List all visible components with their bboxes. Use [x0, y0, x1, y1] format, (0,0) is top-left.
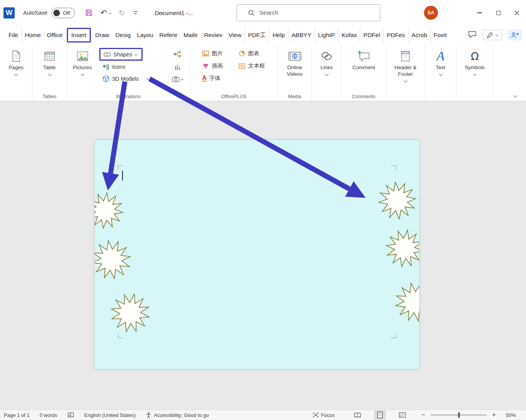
share-button[interactable] — [508, 30, 522, 41]
chevron-down-icon — [134, 53, 137, 56]
icons-label: Icons — [112, 64, 126, 70]
zoom-slider-knob[interactable] — [458, 412, 460, 418]
page-indicator[interactable]: Page 1 of 1 — [4, 412, 30, 418]
cn-chart-label: 图表 — [248, 50, 259, 57]
title-bar: W AutoSave Off ↶ ↻ Document1 -... — [0, 0, 526, 26]
table-button[interactable]: Table — [32, 44, 66, 89]
search-input[interactable] — [259, 9, 368, 16]
tab-draw[interactable]: Draw — [92, 27, 112, 43]
tab-file[interactable]: File — [5, 27, 22, 43]
shapes-button[interactable]: Shapes — [99, 48, 143, 61]
tab-pdfescape[interactable]: PDFes — [383, 27, 408, 43]
zoom-in-button[interactable]: + — [491, 411, 497, 419]
save-button[interactable] — [85, 9, 93, 17]
tab-help[interactable]: Help — [269, 27, 288, 43]
redo-button[interactable]: ↻ — [119, 8, 125, 17]
document-area[interactable] — [0, 101, 526, 410]
read-mode-icon — [354, 412, 361, 418]
tab-pdfelement[interactable]: PDFel — [360, 27, 383, 43]
starburst-shape[interactable] — [383, 226, 419, 270]
word-window: W AutoSave Off ↶ ↻ Document1 -... — [0, 0, 526, 420]
customize-toolbar-icon — [133, 10, 138, 15]
smartart-button[interactable] — [174, 48, 181, 60]
tab-foxit[interactable]: Foxit — [431, 27, 450, 43]
editing-mode-button[interactable] — [483, 30, 502, 40]
starburst-shape[interactable] — [376, 179, 419, 222]
document-page[interactable] — [95, 140, 419, 369]
cn-illustration-button[interactable]: 插画 — [202, 62, 238, 70]
status-bar: Page 1 of 1 0 words English (United Stat… — [0, 410, 526, 420]
autosave-toggle[interactable]: Off — [51, 8, 75, 18]
tab-pdf-tools[interactable]: PDF工 — [245, 27, 270, 43]
word-count[interactable]: 0 words — [40, 412, 58, 418]
starburst-shape[interactable] — [391, 279, 419, 326]
tab-layout[interactable]: Layou — [134, 27, 156, 43]
web-layout-icon — [399, 412, 406, 418]
zoom-level[interactable]: 50% — [502, 412, 516, 418]
tab-insert[interactable]: Insert — [67, 28, 91, 43]
maximize-icon — [496, 11, 500, 15]
proofing-button[interactable] — [67, 412, 74, 418]
text-button[interactable]: A Text — [425, 44, 456, 89]
links-button[interactable]: Links — [312, 44, 341, 89]
zoom-out-button[interactable]: − — [420, 411, 426, 419]
accessibility-status[interactable]: Accessibility: Good to go — [146, 412, 209, 418]
tab-acrobat[interactable]: Acrob — [409, 27, 431, 43]
comment-button[interactable]: Comment — [342, 44, 386, 89]
starburst-shape[interactable] — [106, 289, 154, 337]
tab-office[interactable]: Office — [44, 27, 65, 43]
tab-abbyy[interactable]: ABBYY — [288, 27, 315, 43]
ribbon-tab-bar: File Home Office Insert Draw Desig Layou… — [0, 26, 526, 44]
collapse-ribbon-button[interactable] — [514, 94, 517, 98]
close-button[interactable] — [507, 0, 526, 26]
minimize-button[interactable] — [470, 0, 489, 26]
group-media: Online Videos Media — [278, 44, 312, 101]
screenshot-button[interactable] — [172, 73, 183, 85]
cn-picture-button[interactable]: 图片 — [202, 50, 238, 57]
tab-kofax[interactable]: Kofax — [339, 27, 361, 43]
zoom-slider[interactable] — [431, 415, 487, 415]
header-footer-button[interactable]: Header & Footer — [386, 44, 425, 89]
tab-lightpdf[interactable]: LightP — [315, 27, 339, 43]
pen-icon — [487, 32, 493, 38]
margin-mark-top-left — [118, 165, 123, 170]
tab-mailings[interactable]: Mailir — [180, 27, 201, 43]
focus-icon — [313, 412, 319, 418]
tab-home[interactable]: Home — [22, 27, 44, 43]
icons-button[interactable]: Icons — [99, 61, 167, 73]
online-videos-button[interactable]: Online Videos — [278, 44, 312, 89]
avatar[interactable]: SA — [424, 6, 438, 20]
chevron-down-icon — [48, 72, 51, 76]
3d-models-button[interactable]: 3D Models — [99, 73, 167, 85]
undo-button[interactable]: ↶ — [100, 8, 111, 17]
focus-button[interactable]: Focus — [313, 412, 335, 418]
print-layout-button[interactable] — [374, 410, 386, 420]
comments-button[interactable] — [468, 31, 477, 40]
3d-cube-icon — [102, 75, 109, 82]
starburst-shape[interactable] — [95, 237, 134, 283]
tab-references[interactable]: Refere — [156, 27, 180, 43]
starburst-shape[interactable] — [95, 190, 126, 231]
chart-button[interactable] — [174, 60, 181, 73]
cn-chart-button[interactable]: 图表 — [238, 50, 281, 57]
chevron-down-icon — [180, 77, 183, 80]
comment-label: Comment — [352, 64, 375, 71]
symbols-button[interactable]: Ω Symbols — [456, 44, 493, 89]
search-box[interactable] — [237, 4, 380, 21]
pictures-button[interactable]: Pictures — [67, 44, 98, 89]
autosave-state: Off — [63, 10, 70, 16]
tab-view[interactable]: View — [225, 27, 245, 43]
ribbon: Pages Table Tables — [0, 44, 526, 101]
language-indicator[interactable]: English (United States) — [84, 412, 136, 418]
cn-textbox-button[interactable]: 文本框 — [238, 62, 281, 70]
customize-quick-access-button[interactable] — [133, 10, 138, 15]
word-logo-icon[interactable]: W — [3, 7, 15, 19]
tab-design[interactable]: Desig — [112, 27, 134, 43]
cn-font-button[interactable]: A 字体 — [202, 75, 238, 82]
pages-button[interactable]: Pages — [0, 44, 32, 89]
maximize-button[interactable] — [489, 0, 507, 26]
links-icon — [320, 49, 333, 63]
read-mode-button[interactable] — [352, 410, 363, 420]
tab-review[interactable]: Reviev — [201, 27, 225, 43]
web-layout-button[interactable] — [397, 410, 408, 420]
